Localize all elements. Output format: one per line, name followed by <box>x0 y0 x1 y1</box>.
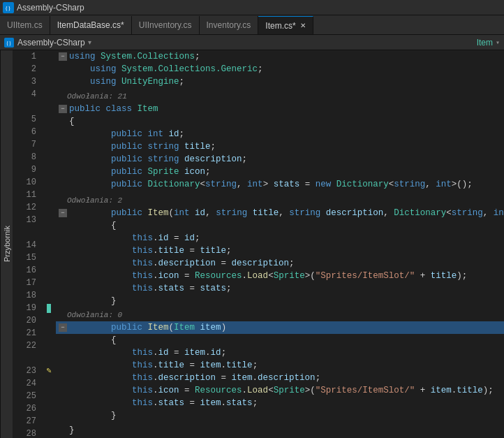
svg-text:{}: {} <box>6 40 12 46</box>
code-line: this.description = item.description; <box>56 372 504 384</box>
glyph-cell <box>42 113 56 126</box>
line-number: 17 <box>13 277 42 289</box>
glyph-cell <box>42 101 56 113</box>
collapse-icon[interactable]: − <box>59 323 67 332</box>
glyph-cell <box>42 214 56 226</box>
tab-ulinventory[interactable]: UIInventory.cs <box>132 16 200 34</box>
code-line: Odwołania: 2 <box>56 194 504 207</box>
code-line: } <box>56 295 504 307</box>
code-line: Odwołania: 0 <box>56 309 504 321</box>
line-number: 8 <box>13 151 42 163</box>
code-area: 1234567891011121314151617181920212223242… <box>13 50 504 438</box>
code-line: Odwołania: 21 <box>56 90 504 103</box>
line-number: 10 <box>13 176 42 189</box>
code-line: public Sprite icon; <box>56 166 504 178</box>
code-line: { <box>56 115 504 128</box>
glyph-cell <box>42 138 56 151</box>
code-line: } <box>56 424 504 437</box>
svg-text:{}: {} <box>5 5 11 12</box>
glyph-cell <box>42 50 56 63</box>
line-number: 5 <box>13 113 42 126</box>
glyph-cell <box>42 352 56 365</box>
code-line: this.id = item.id; <box>56 346 504 359</box>
code-line: this.id = id; <box>56 232 504 244</box>
line-number: 19 <box>13 302 42 314</box>
glyph-cell <box>42 428 56 438</box>
glyph-cell <box>42 239 56 251</box>
glyph-margin: ✎ <box>42 50 56 438</box>
glyph-cell <box>42 126 56 138</box>
code-line: this.description = description; <box>56 257 504 270</box>
line-number: 6 <box>13 126 42 138</box>
assembly-breadcrumb-icon: {} <box>4 38 14 48</box>
glyph-cell <box>42 327 56 340</box>
breadcrumb-right-dropdown[interactable]: ▾ <box>496 38 500 47</box>
glyph-cell <box>42 302 56 314</box>
tab-inventory[interactable]: Inventory.cs <box>200 16 259 34</box>
line-number: 23 <box>13 365 42 377</box>
code-line: } <box>56 409 504 422</box>
editor-area: Przybornik 12345678910111213141516171819… <box>0 50 504 438</box>
line-number <box>13 226 42 239</box>
line-number: 14 <box>13 239 42 251</box>
line-number: 4 <box>13 88 42 101</box>
glyph-cell <box>42 88 56 101</box>
code-line: { <box>56 334 504 346</box>
breadcrumb-left: {} Assembly-CSharp ▾ <box>4 38 91 48</box>
collapse-icon[interactable]: − <box>59 52 67 61</box>
code-line: −public class Item <box>56 103 504 115</box>
code-panel[interactable]: −using System.Collections; using System.… <box>56 50 504 438</box>
line-number: 24 <box>13 377 42 390</box>
code-line: this.icon = Resources.Load<Sprite>("Spri… <box>56 384 504 397</box>
glyph-cell <box>42 226 56 239</box>
line-number: 7 <box>13 138 42 151</box>
code-line: public string description; <box>56 153 504 166</box>
line-number: 25 <box>13 390 42 402</box>
glyph-cell <box>42 63 56 75</box>
collapse-icon[interactable]: − <box>59 209 67 217</box>
code-line: this.title = title; <box>56 244 504 257</box>
code-line: public int id; <box>56 128 504 140</box>
glyph-cell <box>42 415 56 428</box>
glyph-cell <box>42 75 56 88</box>
line-number: 15 <box>13 251 42 264</box>
line-number <box>13 352 42 365</box>
glyph-cell <box>42 163 56 176</box>
line-number: 28 <box>13 428 42 438</box>
breadcrumb-item-label[interactable]: Item <box>477 38 493 48</box>
breadcrumb-assembly[interactable]: Assembly-CSharp <box>17 38 85 48</box>
tab-itemdatabase[interactable]: ItemDataBase.cs* <box>50 16 132 34</box>
code-line: − public Item(int id, string title, stri… <box>56 207 504 219</box>
line-number: 27 <box>13 415 42 428</box>
breadcrumb-right: Item ▾ <box>477 38 500 48</box>
collapse-icon[interactable]: − <box>59 105 67 113</box>
glyph-cell <box>42 201 56 214</box>
line-number: 20 <box>13 314 42 327</box>
glyph-cell <box>42 251 56 264</box>
line-number: 13 <box>13 214 42 226</box>
code-line: this.icon = Resources.Load<Sprite>("Spri… <box>56 270 504 282</box>
glyph-cell <box>42 402 56 415</box>
glyph-cell <box>42 151 56 163</box>
tab-ullitem[interactable]: UIItem.cs <box>0 16 50 34</box>
line-number: 2 <box>13 63 42 75</box>
glyph-cell <box>42 264 56 277</box>
code-line: public Dictionary<string, int> stats = n… <box>56 178 504 191</box>
line-number: 9 <box>13 163 42 176</box>
tab-close-icon[interactable]: ✕ <box>300 22 306 29</box>
glyph-cell <box>42 377 56 390</box>
code-line: using System.Collections.Generic; <box>56 63 504 75</box>
line-number: 26 <box>13 402 42 415</box>
line-number: 22 <box>13 340 42 352</box>
code-line: using UnityEngine; <box>56 75 504 88</box>
breadcrumb-dropdown-icon[interactable]: ▾ <box>88 38 91 46</box>
code-line: this.stats = stats; <box>56 282 504 295</box>
glyph-cell <box>42 176 56 189</box>
tab-item[interactable]: Item.cs*✕ <box>258 16 313 34</box>
glyph-cell: ✎ <box>42 365 56 377</box>
line-number: 11 <box>13 189 42 201</box>
glyph-cell <box>42 390 56 402</box>
assembly-icon: {} <box>3 2 14 13</box>
line-number: 3 <box>13 75 42 88</box>
tab-bar: UIItem.csItemDataBase.cs*UIInventory.csI… <box>0 15 504 35</box>
